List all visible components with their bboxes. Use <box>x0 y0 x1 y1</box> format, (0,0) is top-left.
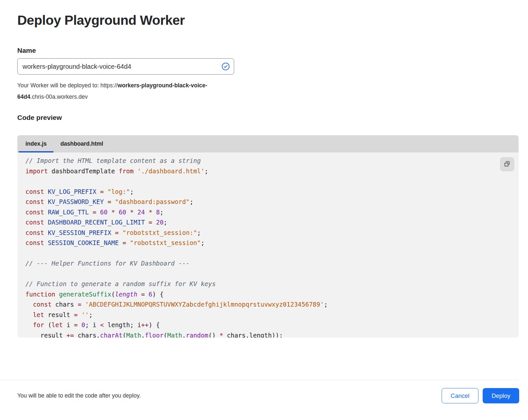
page-title: Deploy Playground Worker <box>17 12 519 28</box>
code-line: let result = ''; <box>25 310 519 320</box>
code-preview-label: Code preview <box>17 114 519 122</box>
code-line: const chars = 'ABCDEFGHIJKLMNOPQRSTUVWXY… <box>25 299 519 310</box>
deploy-url-note: Your Worker will be deployed to: https:/… <box>17 80 519 103</box>
code-line: function generateSuffix(length = 6) { <box>25 289 519 300</box>
code-line: // Function to generate a random suffix … <box>25 279 519 289</box>
check-circle-icon <box>221 62 230 71</box>
code-line: const DASHBOARD_RECENT_LOG_LIMIT = 20; <box>25 217 519 228</box>
code-line: const RAW_LOG_TTL = 60 * 60 * 24 * 8; <box>25 207 519 218</box>
footer-buttons: Cancel Deploy <box>442 388 519 403</box>
code-line <box>25 269 519 279</box>
deploy-url-line-1: Your Worker will be deployed to: https:/… <box>17 80 519 91</box>
cancel-button[interactable]: Cancel <box>442 388 479 403</box>
deploy-button[interactable]: Deploy <box>483 388 519 403</box>
code-tabs: index.jsdashboard.html <box>17 135 519 152</box>
dialog-footer: You will be able to edit the code after … <box>0 380 528 403</box>
code-preview-section: Code preview index.jsdashboard.html // I… <box>17 114 519 338</box>
copy-code-button[interactable] <box>500 157 514 171</box>
code-line <box>25 248 519 259</box>
tab-dashboard-html[interactable]: dashboard.html <box>53 135 110 152</box>
copy-icon <box>504 160 511 168</box>
code-line: const KV_SESSION_PREFIX = "robotstxt_ses… <box>25 228 519 238</box>
code-card: index.jsdashboard.html // Import the HTM… <box>17 135 519 338</box>
worker-name-input[interactable] <box>17 58 234 75</box>
code-line: const KV_LOG_PREFIX = "log:"; <box>25 187 519 197</box>
worker-name-input-wrap <box>17 58 234 75</box>
tab-index-js[interactable]: index.js <box>19 135 53 152</box>
deploy-url-line-2: 64d4.chris-00a.workers.dev <box>17 91 519 103</box>
code-lines: // Import the HTML template content as a… <box>25 156 519 338</box>
name-section: Name Your Worker will be deployed to: ht… <box>17 47 519 103</box>
code-line: // --- Helper Functions for KV Dashboard… <box>25 258 519 269</box>
code-line: // Import the HTML template content as a… <box>25 156 519 166</box>
deploy-worker-dialog: Deploy Playground Worker Name Your Worke… <box>0 0 528 338</box>
name-label: Name <box>17 47 519 54</box>
code-line <box>25 176 519 187</box>
code-line: result += chars.charAt(Math.floor(Math.r… <box>25 330 519 338</box>
code-line: import dashboardTemplate from './dashboa… <box>25 166 519 177</box>
code-preview-editor: // Import the HTML template content as a… <box>17 152 519 338</box>
code-line: const SESSION_COOKIE_NAME = "robotstxt_s… <box>25 238 519 248</box>
code-line: const KV_PASSWORD_KEY = "dashboard:passw… <box>25 197 519 207</box>
code-line: for (let i = 0; i < length; i++) { <box>25 320 519 330</box>
footer-note: You will be able to edit the code after … <box>17 392 141 399</box>
